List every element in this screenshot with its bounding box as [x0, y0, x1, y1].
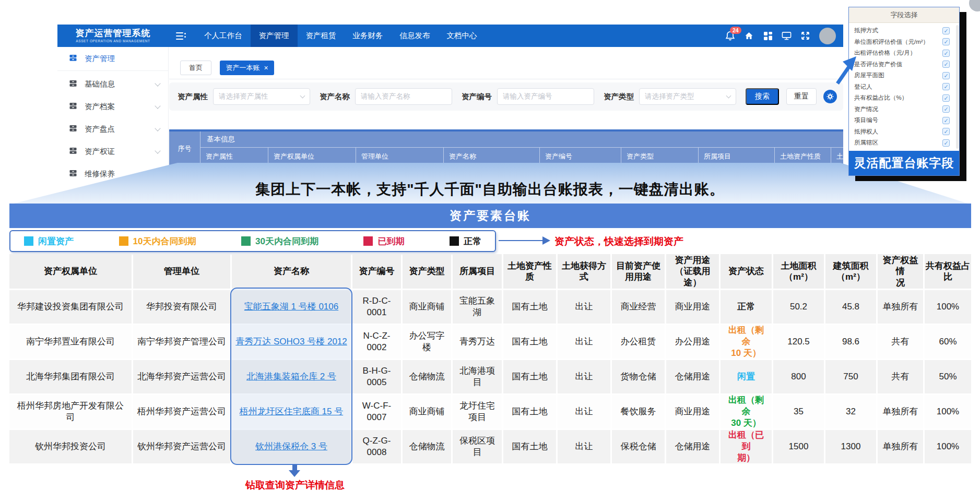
reset-button[interactable]: 重置 — [786, 88, 817, 105]
nav-item-4[interactable]: 信息发布 — [392, 25, 439, 47]
field-row-4: 房屋平面图✓ — [854, 70, 955, 81]
field-list: 抵押方式✓单位面积评估价值（元/m²）✓出租评估价格（元/月）✓是否评估资产价值… — [849, 23, 959, 151]
checkbox-checked[interactable]: ✓ — [942, 38, 950, 45]
checkbox-checked[interactable]: ✓ — [942, 94, 950, 102]
close-icon[interactable]: × — [264, 64, 268, 71]
field-label: 房屋平面图 — [854, 71, 942, 79]
filter-select-0[interactable]: 请选择资产属性 — [213, 88, 310, 105]
column-header-10: 资产状态 — [721, 254, 772, 289]
cell-equity: 单独所有 — [878, 430, 923, 463]
legend-item-3: 已到期 — [363, 235, 404, 247]
column-header-3: 资产编号 — [352, 254, 401, 289]
filter-label-2: 资产编号 — [462, 92, 492, 102]
cell-land_area: 35 — [773, 395, 824, 428]
column-header-1: 管理单位 — [133, 254, 230, 289]
sidebar-item-4[interactable]: 资产权证 — [57, 140, 168, 163]
sidebar-item-3[interactable]: 资产盘点 — [57, 118, 168, 140]
legend-item-0: 闲置资产 — [24, 235, 74, 247]
dashboard-icon[interactable] — [763, 31, 773, 41]
monitor-icon[interactable] — [782, 31, 792, 41]
sidebar-item-1[interactable]: 基础信息 — [57, 73, 168, 95]
bg-column-header-5: 资产类型 — [621, 148, 699, 165]
sidebar-item-2[interactable]: 资产档案 — [57, 95, 168, 118]
fullscreen-icon[interactable] — [800, 31, 810, 41]
column-header-13: 资产权益情 况 — [878, 254, 923, 289]
cabinet-icon — [69, 79, 77, 89]
sidebar-item-5[interactable]: 维修保养 — [57, 163, 168, 185]
checkbox-checked[interactable]: ✓ — [942, 117, 950, 124]
tab-0[interactable]: 首页 — [180, 61, 211, 75]
collapse-menu-icon[interactable] — [176, 32, 186, 40]
asset-name-column-highlight — [230, 288, 352, 465]
field-row-8: 项目编号✓ — [854, 115, 955, 126]
column-header-6: 土地资产性 质 — [503, 254, 556, 289]
nav-item-1[interactable]: 资产管理 — [251, 25, 298, 47]
home-icon[interactable] — [744, 31, 754, 41]
tab-label: 资产一本账 — [226, 63, 259, 73]
nav-item-0[interactable]: 个人工作台 — [196, 25, 251, 47]
field-label: 单位面积评估价值（元/m²） — [854, 38, 942, 46]
navbar-actions: 24 — [725, 28, 843, 44]
tab-1[interactable]: 资产一本账× — [220, 61, 274, 75]
cell-current_use: 办公租赁 — [612, 325, 665, 358]
cell-land_acq: 出让 — [558, 290, 610, 324]
column-header-4: 资产类型 — [403, 254, 451, 289]
cell-owner: 华邦建设投资集团有限公司 — [9, 290, 132, 324]
cell-code: W-C-F- 0007 — [352, 395, 401, 428]
nav-item-2[interactable]: 资产租赁 — [298, 25, 345, 47]
checkbox-checked[interactable]: ✓ — [942, 50, 950, 57]
drill-down-arrow-head — [289, 470, 300, 477]
cell-cert_use: 商业用途 — [666, 395, 719, 428]
checkbox-checked[interactable]: ✓ — [942, 72, 950, 79]
search-button[interactable]: 搜索 — [746, 88, 779, 105]
sidebar-item-0[interactable]: 资产管理 — [57, 47, 168, 71]
chevron-down-icon — [155, 125, 160, 131]
scrollbar[interactable] — [956, 25, 959, 149]
cell-land_area: 1500 — [773, 430, 824, 463]
checkbox-checked[interactable]: ✓ — [942, 105, 950, 113]
cell-share: 50% — [925, 360, 971, 393]
filter-label-1: 资产名称 — [320, 92, 350, 102]
cell-cert_use: 商业用途 — [666, 290, 719, 324]
cell-land_nature: 国有土地 — [503, 360, 556, 393]
cell-land_nature: 国有土地 — [503, 395, 556, 428]
checkbox-checked[interactable]: ✓ — [942, 27, 950, 34]
nav-item-5[interactable]: 文档中心 — [439, 25, 486, 47]
bg-column-header-2: 管理单位 — [356, 148, 444, 165]
cell-type: 办公写字楼 — [403, 325, 451, 358]
avatar[interactable] — [819, 28, 836, 44]
field-panel-title: 字段选择 — [849, 7, 959, 23]
field-label: 是否评估资产价值 — [854, 61, 942, 68]
cell-build_area: 98.6 — [825, 325, 876, 358]
checkbox-checked[interactable]: ✓ — [942, 128, 950, 135]
nav-item-3[interactable]: 业务财务 — [345, 25, 392, 47]
cell-equity: 共有 — [878, 325, 923, 358]
column-settings-gear-icon[interactable] — [823, 90, 837, 103]
chevron-down-icon — [155, 193, 160, 198]
chevron-down-icon — [300, 93, 305, 99]
cell-share: 100% — [925, 290, 971, 324]
cell-build_area: 750 — [825, 360, 876, 393]
bg-column-header-0: 资产属性 — [200, 148, 268, 165]
field-row-0: 抵押方式✓ — [854, 25, 955, 37]
cell-land_acq: 出让 — [558, 430, 610, 463]
filter-input-1[interactable]: 请输入资产名称 — [355, 88, 452, 105]
screenshot-canvas: 资产运营管理系统 ASSET OPERATION AND MANAGEMENT … — [0, 0, 980, 502]
field-label: 登记人 — [854, 83, 942, 91]
checkbox-checked[interactable]: ✓ — [942, 139, 950, 147]
checkbox-checked[interactable]: ✓ — [942, 61, 950, 68]
cabinet-icon — [69, 54, 77, 64]
filter-toolbar: 资产属性请选择资产属性资产名称请输入资产名称资产编号请输入资产编号资产类型请选择… — [169, 82, 843, 111]
cell-code: N-C-Z- 0002 — [352, 325, 401, 358]
field-row-3: 是否评估资产价值✓ — [854, 59, 955, 70]
cell-code: R-D-C- 0001 — [352, 290, 401, 324]
checkbox-checked[interactable]: ✓ — [942, 83, 950, 90]
bell-icon[interactable]: 24 — [725, 31, 735, 41]
legend-swatch — [241, 236, 251, 246]
field-label: 出租评估价格（元/月） — [854, 49, 942, 57]
filter-select-3[interactable]: 请选择资产类型 — [639, 88, 736, 105]
column-header-11: 土地面积 （m²） — [773, 254, 824, 289]
sidebar-item-label: 基础信息 — [85, 79, 115, 89]
filter-input-2[interactable]: 请输入资产编号 — [497, 88, 594, 105]
app-title: 资产运营管理系统 — [76, 29, 151, 39]
